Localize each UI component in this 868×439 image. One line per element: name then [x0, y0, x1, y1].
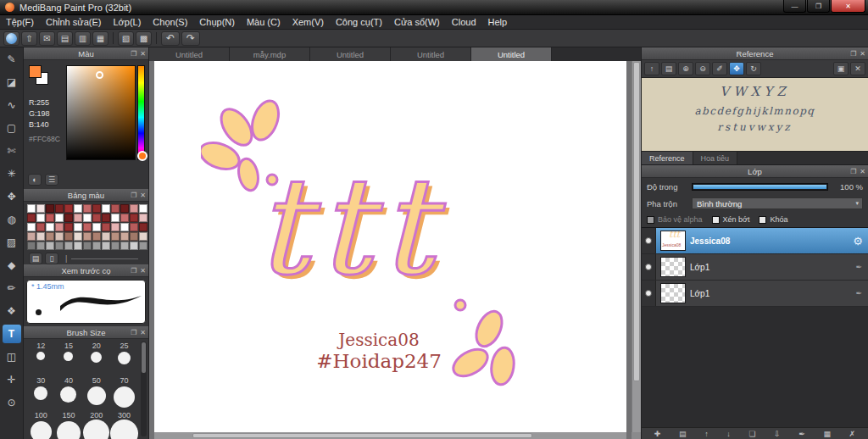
- menu-item-help[interactable]: Help: [482, 15, 514, 29]
- palette-swatch[interactable]: [64, 223, 73, 231]
- popout-icon[interactable]: ❐: [131, 329, 136, 336]
- palette-swatch[interactable]: [102, 242, 110, 250]
- palette-swatch[interactable]: [55, 204, 64, 213]
- pages-button[interactable]: ▥: [75, 31, 91, 46]
- shape-tool-icon[interactable]: ◆: [3, 256, 21, 275]
- hue-marker[interactable]: [137, 151, 147, 161]
- menu-item-cua-so[interactable]: Cửa sổ(W): [388, 15, 446, 29]
- color-sliders-icon[interactable]: ☰: [45, 174, 58, 186]
- popout-icon[interactable]: ❐: [131, 192, 136, 199]
- palette-swatch[interactable]: [139, 223, 147, 231]
- palette-swatch[interactable]: [120, 214, 129, 222]
- foreground-color-swatch[interactable]: [29, 65, 42, 78]
- palette-swatch[interactable]: [64, 242, 73, 250]
- layer-row-lop1-a[interactable]: Lớp1 ✒: [642, 254, 868, 281]
- close-icon[interactable]: ✕: [860, 50, 865, 58]
- tab-reference[interactable]: Reference: [642, 152, 693, 164]
- palette-swatch[interactable]: [46, 223, 54, 231]
- scrollbar-thumb[interactable]: [633, 62, 640, 381]
- palette-swatch[interactable]: [120, 232, 129, 241]
- palette-swatch[interactable]: [46, 242, 54, 250]
- picker-marker[interactable]: [96, 71, 103, 79]
- undo-button[interactable]: ↶: [161, 31, 180, 46]
- palette-swatch[interactable]: [139, 232, 147, 241]
- brush-size-option[interactable]: 300: [110, 411, 138, 439]
- lasso-tool-icon[interactable]: ✄: [3, 142, 21, 160]
- palette-swatch[interactable]: [120, 242, 129, 250]
- layer-pen-icon[interactable]: ✒: [798, 430, 805, 438]
- layer-grid-icon[interactable]: ▦: [823, 430, 831, 438]
- protect-alpha-checkbox[interactable]: [647, 216, 654, 224]
- close-icon[interactable]: ✕: [860, 168, 865, 175]
- brush-size-option[interactable]: 30: [27, 376, 55, 411]
- palette-swatch[interactable]: [74, 204, 82, 213]
- material-button[interactable]: ▧: [118, 31, 134, 46]
- brush-tool-icon[interactable]: ✎: [3, 50, 21, 69]
- palette-swatch[interactable]: [120, 204, 129, 213]
- close-icon[interactable]: ✕: [140, 267, 146, 275]
- palette-swatch[interactable]: [55, 232, 64, 241]
- palette-swatch[interactable]: [92, 242, 101, 250]
- brush-size-option[interactable]: 50: [82, 376, 110, 411]
- palette-swatch[interactable]: [83, 223, 92, 231]
- popout-icon[interactable]: ❐: [131, 50, 136, 58]
- palette-swatch[interactable]: [130, 204, 138, 213]
- drawing-canvas[interactable]: ttt Jessica08 #Hoidap247: [154, 61, 626, 432]
- move-down-icon[interactable]: ↓: [726, 430, 731, 438]
- palette-swatch[interactable]: [55, 223, 64, 231]
- tab-hoa-tieu[interactable]: Hoa tiêu: [693, 152, 738, 164]
- text-tool-icon[interactable]: T: [3, 325, 21, 343]
- brush-size-option[interactable]: 70: [110, 376, 138, 411]
- marquee-tool-icon[interactable]: ▢: [3, 119, 21, 137]
- palette-swatch[interactable]: [130, 223, 138, 231]
- add-swatch-icon[interactable]: ▤: [29, 253, 42, 264]
- layer-visibility[interactable]: [642, 281, 656, 306]
- tab-may-mdp[interactable]: mẫy.mdp: [230, 47, 310, 61]
- palette-swatch[interactable]: [74, 232, 82, 241]
- palette-swatch[interactable]: [27, 232, 36, 241]
- palette-swatch[interactable]: [130, 214, 138, 222]
- palette-swatch[interactable]: [64, 214, 73, 222]
- color-wheel-icon[interactable]: ◐: [28, 174, 42, 186]
- palette-swatch[interactable]: [111, 232, 120, 241]
- palette-swatch[interactable]: [55, 214, 64, 222]
- layer-folder-icon[interactable]: ▤: [679, 430, 687, 438]
- magic-wand-tool-icon[interactable]: ✳: [3, 164, 21, 183]
- palette-swatch[interactable]: [55, 242, 64, 250]
- scrollbar-thumb[interactable]: [142, 342, 146, 373]
- palette-swatch[interactable]: [74, 223, 82, 231]
- palette-swatch[interactable]: [92, 223, 101, 231]
- palette-swatch[interactable]: [102, 204, 110, 213]
- palette-swatch[interactable]: [92, 232, 101, 241]
- palette-swatch[interactable]: [130, 242, 138, 250]
- palette-swatch[interactable]: [83, 242, 92, 250]
- palette-swatch[interactable]: [130, 232, 138, 241]
- palette-swatch[interactable]: [36, 223, 45, 231]
- palette-swatch[interactable]: [83, 204, 92, 213]
- menu-item-mau[interactable]: Màu (C): [241, 15, 287, 29]
- menu-item-cong-cu[interactable]: Công cụ(T): [330, 15, 388, 29]
- reference-folder-icon[interactable]: ▤: [661, 62, 676, 75]
- close-icon[interactable]: ✕: [140, 50, 146, 58]
- new-page-button[interactable]: ▤: [57, 31, 73, 46]
- redo-button[interactable]: ↷: [181, 31, 200, 46]
- saturation-value-picker[interactable]: [66, 65, 136, 160]
- menu-item-chup[interactable]: Chụp(N): [193, 15, 241, 29]
- gradient-tool-icon[interactable]: ▨: [3, 233, 21, 252]
- lock-checkbox[interactable]: [759, 216, 766, 224]
- zoom-tool-icon[interactable]: ⊙: [3, 393, 21, 412]
- blend-mode-select[interactable]: Bình thường ▾: [692, 197, 863, 209]
- gear-icon[interactable]: ⚙: [853, 235, 863, 247]
- duplicate-icon[interactable]: ❏: [748, 430, 755, 438]
- canvas-vertical-scrollbar[interactable]: [632, 61, 641, 432]
- palette-swatch[interactable]: [64, 232, 73, 241]
- menu-item-chon[interactable]: Chọn(S): [147, 15, 193, 29]
- close-icon[interactable]: ✕: [140, 192, 146, 199]
- tab-untitled-2[interactable]: Untitled: [310, 47, 391, 61]
- export-button[interactable]: ⇧: [21, 31, 37, 46]
- reference-close-icon[interactable]: ✕: [850, 62, 865, 75]
- popout-icon[interactable]: ❐: [131, 267, 136, 275]
- zoom-in-icon[interactable]: ⊕: [678, 62, 693, 75]
- tab-untitled-1[interactable]: Untitled: [149, 47, 230, 61]
- palette-swatch[interactable]: [92, 214, 101, 222]
